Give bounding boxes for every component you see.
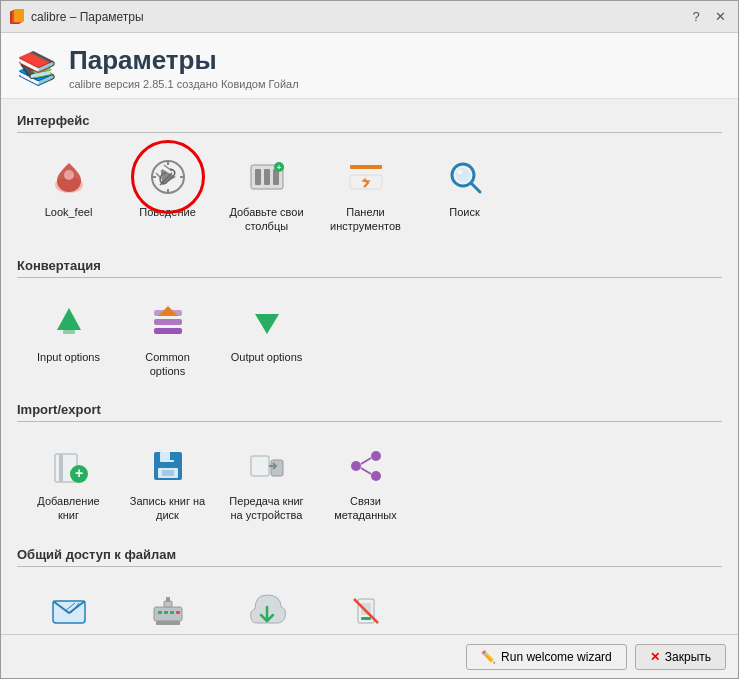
svg-text:+: + — [276, 163, 281, 172]
item-label-search: Поиск — [449, 205, 479, 219]
svg-rect-26 — [154, 319, 182, 325]
download-icon — [243, 587, 291, 634]
svg-rect-17 — [350, 165, 382, 169]
svg-point-5 — [152, 161, 184, 193]
svg-rect-24 — [63, 330, 75, 334]
addbook-icon: + — [45, 442, 93, 490]
header-text: Параметры calibre версия 2.85.1 создано … — [69, 45, 299, 90]
section-sharing: Общий доступ к файлам Пересылка книг по … — [17, 547, 722, 634]
svg-line-20 — [471, 183, 480, 192]
metalinks-icon — [342, 442, 390, 490]
section-items-conversion: Input options Common options Output opti… — [17, 288, 722, 389]
svg-point-41 — [351, 461, 361, 471]
svg-rect-2 — [14, 9, 24, 22]
output-icon — [243, 298, 291, 346]
window-title: calibre – Параметры — [31, 10, 144, 24]
columns-icon: + — [243, 153, 291, 201]
ignored-icon — [342, 587, 390, 634]
svg-point-42 — [371, 451, 381, 461]
svg-rect-27 — [154, 328, 182, 334]
header-icon: 📚 — [17, 49, 57, 87]
svg-rect-13 — [264, 169, 270, 185]
section-conversion: Конвертация Input options Common options… — [17, 258, 722, 389]
svg-rect-51 — [176, 611, 180, 614]
item-savedisk[interactable]: Запись книг на диск — [120, 432, 215, 533]
toolbar-icon — [342, 153, 390, 201]
svg-rect-36 — [170, 452, 174, 460]
page-title: Параметры — [69, 45, 299, 76]
app-icon — [9, 9, 25, 25]
section-items-interface: Look_feel Поведение + Добавьте свои стол… — [17, 143, 722, 244]
item-email[interactable]: Пересылка книг по E-mail — [21, 577, 116, 634]
savedisk-icon — [144, 442, 192, 490]
close-button[interactable]: ✕ — [710, 7, 730, 27]
email-icon — [45, 587, 93, 634]
item-label-savedisk: Запись книг на диск — [128, 494, 207, 523]
svg-rect-52 — [156, 621, 180, 625]
transfer-icon — [243, 442, 291, 490]
item-addbooks[interactable]: + Добавление книг — [21, 432, 116, 533]
close-label: Закрыть — [665, 650, 711, 664]
item-metalinks[interactable]: Связи метаданных — [318, 432, 413, 533]
svg-rect-48 — [158, 611, 162, 614]
svg-rect-39 — [251, 456, 269, 476]
main-window: calibre – Параметры ? ✕ 📚 Параметры cali… — [0, 0, 739, 679]
item-output_options[interactable]: Output options — [219, 288, 314, 389]
item-label-common_options: Common options — [128, 350, 207, 379]
item-columns[interactable]: + Добавьте свои столбцы — [219, 143, 314, 244]
item-common_options[interactable]: Common options — [120, 288, 215, 389]
close-x-icon: ✕ — [650, 650, 660, 664]
item-label-transfer: Передача книг на устройства — [227, 494, 306, 523]
page-subtitle: calibre версия 2.85.1 создано Ковидом Го… — [69, 78, 299, 90]
item-ignored[interactable]: Игнорируемые устройства — [318, 577, 413, 634]
item-look_feel[interactable]: Look_feel — [21, 143, 116, 244]
svg-line-44 — [361, 458, 371, 464]
close-dialog-button[interactable]: ✕ Закрыть — [635, 644, 726, 670]
item-download[interactable]: Загрузка метаданных — [219, 577, 314, 634]
section-importexport: Import/export + Добавление книг Запись к… — [17, 402, 722, 533]
svg-rect-50 — [170, 611, 174, 614]
svg-point-4 — [64, 170, 74, 180]
svg-rect-57 — [361, 617, 371, 620]
titlebar: calibre – Параметры ? ✕ — [1, 1, 738, 33]
section-items-importexport: + Добавление книг Запись книг на диск Пе… — [17, 432, 722, 533]
svg-point-21 — [456, 168, 470, 182]
wizard-label: Run welcome wizard — [501, 650, 612, 664]
page-header: 📚 Параметры calibre версия 2.85.1 создан… — [1, 33, 738, 99]
content-area: 📚 Параметры calibre версия 2.85.1 создан… — [1, 33, 738, 634]
item-search[interactable]: Поиск — [417, 143, 512, 244]
wizard-icon: ✏️ — [481, 650, 496, 664]
section-header-importexport: Import/export — [17, 402, 722, 422]
svg-rect-54 — [166, 597, 170, 602]
svg-marker-29 — [255, 314, 279, 334]
item-network[interactable]: Сетевой доступ — [120, 577, 215, 634]
item-label-addbooks: Добавление книг — [29, 494, 108, 523]
item-label-input_options: Input options — [37, 350, 100, 364]
item-toolbar[interactable]: Панели инструментов — [318, 143, 413, 244]
svg-line-10 — [162, 171, 164, 183]
look_feel-icon — [45, 153, 93, 201]
svg-marker-23 — [57, 308, 81, 330]
item-input_options[interactable]: Input options — [21, 288, 116, 389]
item-label-metalinks: Связи метаданных — [326, 494, 405, 523]
item-behavior[interactable]: Поведение — [120, 143, 215, 244]
item-label-columns: Добавьте свои столбцы — [227, 205, 306, 234]
section-items-sharing: Пересылка книг по E-mail Сетевой доступ … — [17, 577, 722, 634]
titlebar-controls: ? ✕ — [686, 7, 730, 27]
svg-rect-38 — [162, 470, 174, 476]
item-label-output_options: Output options — [231, 350, 303, 364]
svg-text:+: + — [74, 465, 82, 481]
svg-rect-49 — [164, 611, 168, 614]
svg-line-45 — [361, 468, 371, 474]
section-header-conversion: Конвертация — [17, 258, 722, 278]
item-label-look_feel: Look_feel — [45, 205, 93, 219]
common-icon — [144, 298, 192, 346]
help-button[interactable]: ? — [686, 7, 706, 27]
item-transfer[interactable]: Передача книг на устройства — [219, 432, 314, 533]
network-icon — [144, 587, 192, 634]
search-icon — [441, 153, 489, 201]
svg-rect-12 — [255, 169, 261, 185]
titlebar-left: calibre – Параметры — [9, 9, 144, 25]
settings-content[interactable]: Интерфейс Look_feel Поведение + Добавьте… — [1, 99, 738, 634]
wizard-button[interactable]: ✏️ Run welcome wizard — [466, 644, 627, 670]
